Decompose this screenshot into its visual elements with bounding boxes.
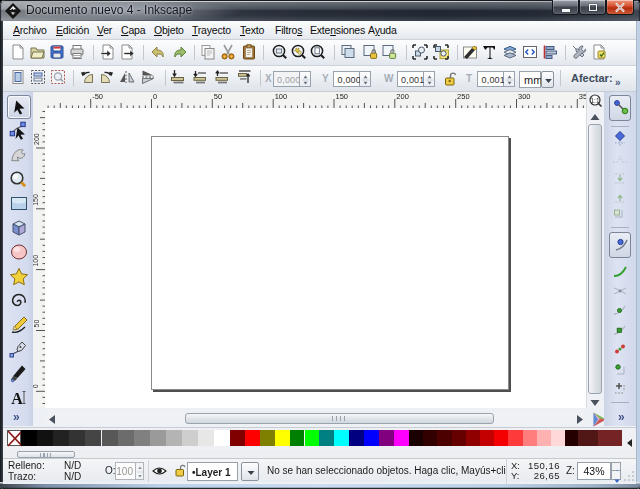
svg-text:350: 350 bbox=[579, 92, 586, 101]
svg-text:A: A bbox=[11, 390, 23, 407]
svg-text:150: 150 bbox=[336, 92, 349, 101]
svg-text:300: 300 bbox=[518, 92, 531, 101]
svg-text:250: 250 bbox=[457, 92, 470, 101]
svg-text:200: 200 bbox=[396, 92, 409, 101]
svg-text:100: 100 bbox=[275, 92, 288, 101]
svg-text:50: 50 bbox=[214, 92, 222, 101]
svg-text:-50: -50 bbox=[92, 92, 103, 101]
svg-text:200: 200 bbox=[33, 133, 40, 145]
svg-text:150: 150 bbox=[33, 194, 40, 206]
svg-text:50: 50 bbox=[33, 320, 40, 328]
svg-text:1:1: 1:1 bbox=[590, 97, 599, 104]
svg-text:100: 100 bbox=[33, 255, 40, 267]
svg-text:0: 0 bbox=[153, 92, 157, 101]
svg-text:0: 0 bbox=[33, 384, 40, 388]
